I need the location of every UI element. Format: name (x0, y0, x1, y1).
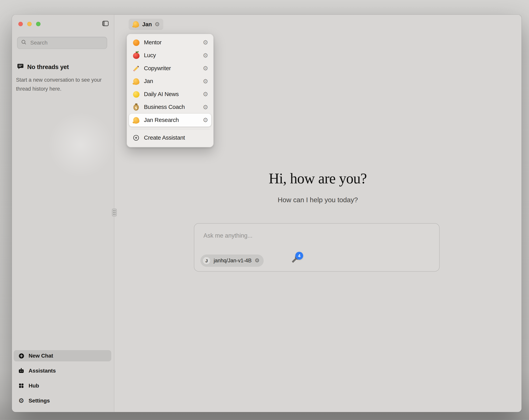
assistant-selector-button[interactable]: Jan ⚙ (129, 19, 163, 30)
sidebar-item-settings[interactable]: ⚙ Settings (13, 395, 111, 406)
assistant-settings-button[interactable]: ⚙ (201, 90, 210, 99)
greeting-subtitle: How can I help you today? (114, 196, 522, 204)
app-window: No threads yet Start a new conversation … (12, 14, 522, 412)
assistant-settings-button[interactable]: ⚙ (201, 64, 210, 73)
nav-label: New Chat (28, 353, 53, 359)
assistants-robot-icon (18, 367, 25, 374)
assistant-menu-item-lucy[interactable]: Lucy ⚙ (129, 49, 211, 62)
assistant-menu-label: Jan (144, 78, 197, 85)
wave-icon (132, 78, 140, 85)
empty-state-description: Start a new conversation to see your thr… (16, 76, 102, 93)
chat-composer: J janhq/Jan-v1-4B ⚙ 4 (194, 223, 440, 272)
nav-label: Hub (28, 383, 39, 389)
toggle-sidebar-button[interactable] (102, 20, 110, 28)
gear-icon: ⚙ (203, 78, 208, 85)
gear-icon: ⚙ (155, 21, 160, 27)
main-area: Jan ⚙ Mentor ⚙ Lucy (114, 14, 522, 412)
new-chat-button[interactable]: New Chat (13, 350, 111, 362)
chat-bubble-icon (17, 63, 24, 71)
assistant-settings-button[interactable]: ⚙ (201, 51, 210, 60)
nav-label: Settings (28, 398, 50, 404)
close-window-button[interactable] (18, 22, 23, 26)
model-selector-button[interactable]: J janhq/Jan-v1-4B ⚙ (200, 255, 264, 267)
assistant-menu-item-daily-ai-news[interactable]: Daily AI News ⚙ (129, 88, 211, 101)
assistant-menu-item-business-coach[interactable]: Business Coach ⚙ (129, 101, 211, 114)
window-controls (18, 22, 41, 26)
search-field (17, 37, 107, 49)
assistant-settings-button[interactable]: ⚙ (201, 38, 210, 47)
greeting-title: Hi, how are you? (114, 170, 522, 187)
search-input[interactable] (29, 40, 104, 46)
sidebar: No threads yet Start a new conversation … (12, 14, 114, 412)
gear-icon: ⚙ (203, 117, 208, 123)
plus-circle-icon (18, 352, 25, 359)
message-input[interactable] (203, 232, 425, 240)
sidebar-nav: New Chat Assistants (13, 350, 111, 406)
minimize-window-button[interactable] (27, 22, 32, 26)
wave-icon (132, 116, 140, 124)
create-assistant-label: Create Assistant (144, 134, 185, 141)
assistant-menu-label: Copywriter (144, 65, 197, 72)
create-assistant-button[interactable]: Create Assistant (129, 131, 211, 145)
sidebar-item-hub[interactable]: Hub (13, 380, 111, 392)
assistant-menu-label: Mentor (144, 39, 197, 46)
apple-icon (132, 52, 140, 59)
gear-icon: ⚙ (18, 397, 25, 404)
assistant-menu-label: Daily AI News (144, 91, 197, 98)
assistant-menu-item-mentor[interactable]: Mentor ⚙ (129, 36, 211, 49)
assistant-menu-label: Jan Research (144, 117, 197, 123)
tools-count-badge: 4 (295, 252, 303, 259)
plus-circle-outline-icon (132, 134, 140, 142)
yellow-circle-icon (132, 91, 140, 98)
assistant-menu-label: Business Coach (144, 104, 197, 111)
threads-empty-state: No threads yet (17, 63, 69, 71)
desktop: No threads yet Start a new conversation … (0, 0, 529, 420)
model-name: janhq/Jan-v1-4B (214, 258, 251, 264)
gear-icon: ⚙ (203, 53, 208, 59)
pencil-icon (132, 65, 140, 72)
empty-state-title: No threads yet (27, 63, 69, 71)
assistant-menu: Mentor ⚙ Lucy ⚙ Copywriter (127, 34, 214, 147)
wave-icon (132, 21, 140, 28)
orange-circle-icon (132, 39, 140, 46)
assistant-menu-label: Lucy (144, 52, 197, 59)
assistant-menu-item-jan-research[interactable]: Jan Research ⚙ (129, 114, 211, 127)
background-blob (48, 112, 114, 178)
assistant-settings-button[interactable]: ⚙ (201, 77, 210, 86)
gear-icon: ⚙ (203, 65, 208, 72)
sidebar-item-assistants[interactable]: Assistants (13, 365, 111, 377)
gear-icon: ⚙ (203, 91, 208, 97)
gear-icon: ⚙ (203, 104, 208, 110)
assistant-menu-item-copywriter[interactable]: Copywriter ⚙ (129, 62, 211, 75)
assistant-settings-button[interactable]: ⚙ (201, 116, 210, 125)
menu-divider (130, 129, 210, 129)
gear-icon: ⚙ (255, 258, 260, 263)
model-avatar: J (202, 257, 211, 265)
money-bag-icon (132, 103, 140, 111)
nav-label: Assistants (28, 368, 56, 374)
search-icon (21, 39, 27, 47)
sidebar-panel-icon (102, 20, 109, 28)
assistant-settings-button[interactable]: ⚙ (201, 103, 210, 112)
zoom-window-button[interactable] (36, 22, 41, 26)
assistant-menu-item-jan[interactable]: Jan ⚙ (129, 75, 211, 88)
current-assistant-name: Jan (142, 21, 152, 27)
gear-icon: ⚙ (203, 40, 208, 46)
grid-icon (18, 382, 25, 389)
